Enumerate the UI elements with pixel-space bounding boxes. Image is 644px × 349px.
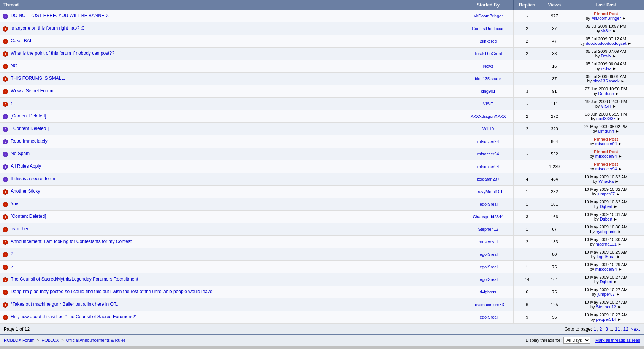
thread-title-link[interactable]: [Content Deleted]: [11, 214, 46, 219]
last-post-user-link[interactable]: cool33333: [596, 116, 616, 121]
page-11-link[interactable]: 11: [615, 327, 620, 332]
started-by-link[interactable]: mustyoshi: [479, 240, 498, 244]
thread-title-link[interactable]: Dang I'm glad they posted so I could fin…: [11, 289, 213, 294]
started-by-cell: Stephen12: [463, 223, 514, 236]
display-threads-select[interactable]: All Days 1 Day 2 Days 1 Week 2 Weeks 1 M…: [563, 337, 590, 344]
thread-title-link[interactable]: THIS FORUMS IS SMALL.: [11, 76, 65, 81]
page-1-link[interactable]: 1: [594, 327, 596, 332]
next-page-link[interactable]: Next: [630, 327, 640, 332]
started-by-link[interactable]: bloo135isback: [475, 76, 501, 81]
thread-title-link[interactable]: ?: [11, 251, 13, 257]
last-post-user-link[interactable]: Dqbert: [600, 217, 612, 221]
views-cell: 320: [541, 123, 568, 135]
thread-title-link[interactable]: NO: [11, 63, 17, 68]
announcements-link[interactable]: Official Announcements & Rules: [66, 338, 126, 343]
started-by-link[interactable]: Will10: [482, 127, 494, 131]
started-by-link[interactable]: mfsoccer94: [477, 164, 499, 169]
last-post-user-link[interactable]: jumper87: [597, 292, 615, 297]
last-post-user-link[interactable]: mfsoccer94: [595, 267, 617, 271]
page-2-link[interactable]: 2: [600, 327, 602, 332]
last-post-cell: 10 May 2009 10:30 AMby magma101 ►: [568, 236, 644, 248]
last-post-user-link[interactable]: jumper87: [597, 192, 615, 196]
started-by-link[interactable]: zeldafan237: [477, 177, 500, 181]
thread-title-link[interactable]: What is the point of this forum if nobod…: [11, 51, 114, 56]
thread-title-link[interactable]: [Content Deleted]: [11, 113, 46, 119]
last-post-user-link[interactable]: doodoodoodoodogcat: [586, 41, 626, 46]
thread-title-link[interactable]: Hm, how about this will be "The Counsil …: [11, 314, 136, 319]
thread-title-link[interactable]: Read Immediately: [11, 138, 48, 144]
replies-cell: 9: [513, 311, 541, 324]
started-by-link[interactable]: king901: [481, 89, 496, 94]
started-by-link[interactable]: XXXXdragonXXXX: [471, 114, 506, 119]
started-by-link[interactable]: MrDoomBringer: [473, 14, 503, 18]
page-3-link[interactable]: 3: [605, 327, 608, 332]
started-by-link[interactable]: legoISreal: [479, 202, 498, 206]
started-by-cell: XXXXdragonXXXX: [463, 110, 514, 123]
thread-title-link[interactable]: If this is a secret forum: [11, 176, 57, 181]
thread-title-link[interactable]: Cake. BAI: [11, 38, 31, 43]
last-post-user-link[interactable]: mfsoccer94: [595, 154, 617, 159]
last-post-user-link[interactable]: Whacka: [598, 179, 614, 184]
replies-cell: 6: [513, 286, 541, 298]
thread-title-link[interactable]: f: [11, 101, 12, 106]
last-post-user-link[interactable]: mfsoccer94: [595, 167, 617, 171]
thread-title-link[interactable]: All Rules Apply: [11, 163, 41, 169]
thread-title-link[interactable]: *Takes out machine gun* Baller put a lin…: [11, 301, 120, 307]
thread-icon: b: [3, 76, 8, 82]
last-post-user-link[interactable]: Dqbert: [600, 279, 612, 284]
started-by-link[interactable]: Blinkered: [479, 39, 497, 43]
started-by-link[interactable]: mfsoccer94: [477, 139, 499, 144]
started-by-link[interactable]: CoolestRobloxian: [472, 26, 504, 31]
thread-title-link[interactable]: nvm then.......: [11, 226, 38, 232]
last-post-user-link[interactable]: mfsoccer94: [595, 141, 617, 146]
replies-cell: 2: [513, 236, 541, 248]
last-post-user-link[interactable]: legoISreal: [597, 254, 616, 259]
started-by-cell: mfsoccer94: [463, 135, 514, 148]
last-post-user-link[interactable]: VISIT: [601, 104, 611, 108]
last-post-user-link[interactable]: pepper314: [596, 317, 616, 322]
thread-title-link[interactable]: DO NOT POST HERE. YOU WILL BE BANNED.: [11, 13, 109, 18]
pinned-label: Pinned Post: [594, 162, 618, 167]
started-by-link[interactable]: Chaosgodd2344: [473, 214, 504, 219]
last-post-user-link[interactable]: Dmdunn: [598, 129, 614, 133]
started-by-link[interactable]: VISIT: [483, 102, 493, 106]
thread-title-link[interactable]: is anyone on this forum right nao? :0: [11, 25, 84, 31]
roblox-link[interactable]: ROBLOX: [41, 338, 59, 343]
started-by-link[interactable]: mfsoccer94: [477, 152, 499, 156]
started-by-link[interactable]: Stephen12: [478, 227, 498, 232]
thread-title-link[interactable]: No Spam: [11, 151, 30, 156]
started-by-link[interactable]: dvighterz: [480, 290, 497, 294]
last-post-user-link[interactable]: Dmdunn: [598, 91, 614, 96]
started-by-link[interactable]: redvz: [483, 64, 493, 68]
started-by-link[interactable]: legoISreal: [479, 265, 498, 269]
started-by-link[interactable]: legoISreal: [479, 252, 498, 257]
last-post-user-link[interactable]: MrDoomBringer: [591, 16, 621, 21]
page-12-link[interactable]: 12: [623, 327, 628, 332]
views-cell: 125: [541, 298, 568, 311]
thread-title-cell: b If this is a secret forum: [0, 173, 463, 186]
thread-title-link[interactable]: Wow a Secret Forum: [11, 88, 53, 94]
thread-title-link[interactable]: Another Sticky: [11, 189, 40, 194]
last-post-user-link[interactable]: hydropants: [596, 229, 616, 234]
views-cell: 977: [541, 10, 568, 22]
last-post-user-link[interactable]: redvz: [601, 66, 611, 71]
started-by-link[interactable]: HeavyMetal101: [474, 189, 503, 194]
thread-title-link[interactable]: Announcement: I am looking for Contestan…: [11, 239, 132, 244]
started-by-link[interactable]: legoISreal: [479, 277, 498, 282]
started-by-cell: legoISreal: [463, 261, 514, 273]
started-by-link[interactable]: TorakTheGreat: [474, 51, 502, 56]
thread-title-link[interactable]: Yay.: [11, 201, 19, 206]
mark-all-read-link[interactable]: Mark all threads as read: [595, 338, 640, 343]
last-post-user-link[interactable]: Stephen12: [596, 305, 616, 309]
thread-title-link[interactable]: [ Content Deleted ]: [11, 126, 49, 131]
last-post-user-link[interactable]: magma101: [596, 242, 617, 246]
last-post-user-link[interactable]: Devix: [601, 54, 612, 58]
started-by-link[interactable]: mikemaximum33: [473, 302, 504, 307]
thread-title-link[interactable]: The Counsil of Sacred/Mythic/Legenday Fo…: [11, 276, 138, 282]
last-post-user-link[interactable]: bloo135isback: [593, 79, 619, 83]
roblox-forum-link[interactable]: ROBLOX Forum: [4, 338, 35, 343]
last-post-user-link[interactable]: Dqbert: [600, 204, 612, 209]
thread-title-link[interactable]: ?: [11, 264, 13, 269]
last-post-user-link[interactable]: sk8te: [601, 29, 611, 33]
started-by-link[interactable]: legoISreal: [479, 315, 498, 319]
